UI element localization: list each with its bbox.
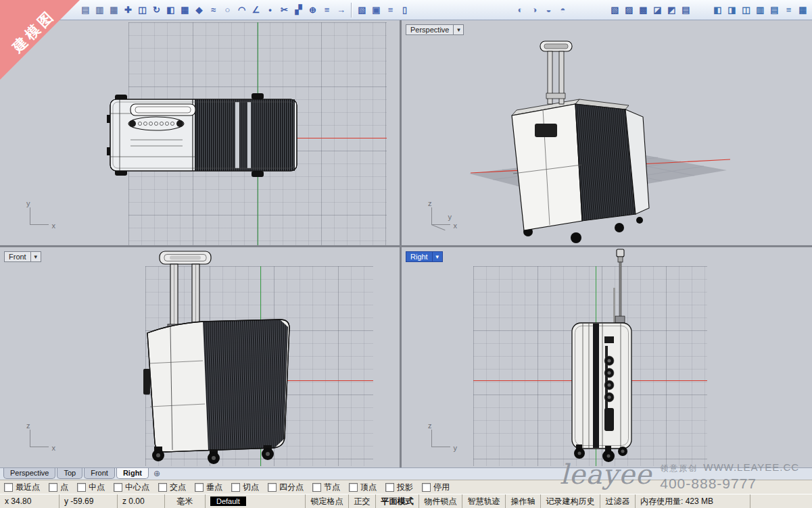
- twist-icon[interactable]: ▩: [636, 3, 650, 18]
- status-toggle[interactable]: 锁定格点: [306, 494, 349, 508]
- osnap-toggle[interactable]: 节点: [312, 482, 340, 493]
- array-icon[interactable]: ▦: [178, 3, 192, 18]
- add-viewport-tab-icon[interactable]: ⊕: [153, 468, 160, 479]
- checkbox-icon[interactable]: [231, 483, 240, 492]
- suitcase-model-front-view[interactable]: [0, 247, 400, 467]
- new-file-icon[interactable]: ▤: [78, 3, 93, 18]
- panel-icon[interactable]: ▯: [398, 3, 412, 18]
- viewport-title-label[interactable]: Perspective: [406, 24, 454, 35]
- circle-icon[interactable]: ○: [220, 3, 235, 18]
- memory-usage: 内存使用量: 423 MB: [636, 494, 750, 508]
- viewport-right[interactable]: Right ▼ z y: [402, 247, 812, 467]
- suitcase-model-right-view[interactable]: [402, 247, 812, 467]
- status-toggle[interactable]: 物件锁点: [419, 494, 462, 508]
- status-bar: x 34.80 y -59.69 z 0.00 毫米 Default 锁定格点 …: [0, 494, 812, 508]
- polyline-icon[interactable]: ∠: [249, 3, 263, 18]
- wireframe-list-icon[interactable]: ≡: [383, 3, 398, 18]
- boolean-intersection-icon[interactable]: ◒: [542, 3, 556, 18]
- arc-icon[interactable]: ◠: [235, 3, 249, 18]
- osnap-toggle[interactable]: 中心点: [114, 482, 149, 493]
- suitcase-model-perspective-view[interactable]: [402, 20, 812, 245]
- viewport-title-label[interactable]: Right: [406, 251, 433, 262]
- viewport-tab[interactable]: Top: [57, 468, 82, 479]
- sweep2-icon[interactable]: ▥: [753, 3, 767, 18]
- split-icon[interactable]: ▞: [291, 3, 306, 18]
- viewport-front[interactable]: Front ▼ z x: [0, 247, 400, 467]
- osnap-toggle[interactable]: 点: [49, 482, 68, 493]
- save-icon[interactable]: ▥: [93, 3, 107, 18]
- checkbox-icon[interactable]: [385, 483, 394, 492]
- axis-right-label: x: [52, 222, 56, 230]
- cage-edit-icon[interactable]: ▨: [622, 3, 636, 18]
- rotate-icon[interactable]: ↻: [149, 3, 164, 18]
- viewport-perspective[interactable]: Perspective ▼ z y x: [402, 20, 812, 245]
- viewport-area: y x: [0, 20, 812, 467]
- layer-color-swatch[interactable]: Default: [210, 497, 246, 506]
- osnap-toggle[interactable]: 最近点: [4, 482, 40, 493]
- checkbox-icon[interactable]: [77, 483, 86, 492]
- loft-icon[interactable]: ◧: [711, 3, 725, 18]
- shear-icon[interactable]: ▤: [679, 3, 693, 18]
- viewport-title-perspective[interactable]: Perspective ▼: [406, 24, 464, 35]
- osnap-toggle[interactable]: 垂点: [195, 482, 222, 493]
- status-toggle[interactable]: 操作轴: [506, 494, 541, 508]
- osnap-toggle[interactable]: 交点: [158, 482, 186, 493]
- viewport-title-front[interactable]: Front ▼: [4, 251, 41, 262]
- extrude-surface-icon[interactable]: ▦: [796, 3, 810, 18]
- status-toggle[interactable]: 智慧轨迹: [462, 494, 506, 508]
- box-display-icon[interactable]: ▧: [355, 3, 369, 18]
- viewport-title-label[interactable]: Front: [4, 251, 31, 262]
- checkbox-icon[interactable]: [49, 483, 57, 492]
- status-toggle-panes: 锁定格点 正交 平面模式 物件锁点 智慧轨迹 操作轴 记录建构历史 过滤器: [306, 494, 636, 508]
- bend-icon[interactable]: ◪: [650, 3, 665, 18]
- viewport-tab[interactable]: Perspective: [3, 468, 55, 479]
- copy-icon[interactable]: ◫: [135, 3, 149, 18]
- viewport-tab[interactable]: Front: [84, 468, 115, 479]
- checkbox-icon[interactable]: [4, 483, 13, 492]
- status-toggle[interactable]: 记录建构历史: [541, 494, 600, 508]
- offset-surface-icon[interactable]: ≡: [782, 3, 796, 18]
- chevron-down-icon[interactable]: ▼: [454, 24, 464, 35]
- scale-icon[interactable]: ◆: [192, 3, 206, 18]
- boolean-difference-icon[interactable]: ◑: [527, 3, 542, 18]
- sweep1-icon[interactable]: ◫: [739, 3, 753, 18]
- extend-icon[interactable]: →: [334, 3, 348, 18]
- osnap-toggle[interactable]: 投影: [385, 482, 413, 493]
- offset-icon[interactable]: ≡: [320, 3, 334, 18]
- osnap-toggle[interactable]: 中点: [77, 482, 105, 493]
- trim-icon[interactable]: ✂: [277, 3, 291, 18]
- checkbox-icon[interactable]: [312, 483, 321, 492]
- checkbox-icon[interactable]: [268, 483, 277, 492]
- checkbox-icon[interactable]: [114, 483, 122, 492]
- checkbox-icon[interactable]: [158, 483, 167, 492]
- taper-icon[interactable]: ◩: [665, 3, 679, 18]
- patch-icon[interactable]: ▤: [767, 3, 782, 18]
- curve-icon[interactable]: ≈: [206, 3, 220, 18]
- boolean-union-icon[interactable]: ◐: [513, 3, 527, 18]
- boolean-split-icon[interactable]: ◓: [556, 3, 570, 18]
- osnap-toggle[interactable]: 切点: [231, 482, 259, 493]
- status-toggle[interactable]: 过滤器: [600, 494, 636, 508]
- extrude-icon[interactable]: ▧: [608, 3, 622, 18]
- viewport-tab[interactable]: Right: [116, 468, 149, 479]
- osnap-toggle[interactable]: 停用: [422, 482, 450, 493]
- osnap-toggle[interactable]: 顶点: [349, 482, 377, 493]
- layer-pane[interactable]: Default: [206, 494, 306, 508]
- checkbox-icon[interactable]: [349, 483, 358, 492]
- checkbox-icon[interactable]: [422, 483, 431, 492]
- status-toggle[interactable]: 正交: [349, 494, 376, 508]
- checkbox-icon[interactable]: [195, 483, 204, 492]
- osnap-toggle[interactable]: 四分点: [268, 482, 304, 493]
- revolve-icon[interactable]: ◨: [725, 3, 739, 18]
- shaded-view-icon[interactable]: ▣: [369, 3, 383, 18]
- move-icon[interactable]: ✚: [121, 3, 135, 18]
- join-icon[interactable]: ⊕: [306, 3, 320, 18]
- chevron-down-icon[interactable]: ▼: [31, 251, 41, 262]
- status-toggle[interactable]: 平面模式: [376, 494, 419, 508]
- point-icon[interactable]: •: [263, 3, 277, 18]
- mirror-icon[interactable]: ◧: [164, 3, 178, 18]
- axis-up-label: z: [428, 199, 432, 207]
- print-icon[interactable]: ▦: [107, 3, 121, 18]
- chevron-down-icon[interactable]: ▼: [433, 251, 443, 262]
- viewport-title-right[interactable]: Right ▼: [406, 251, 443, 262]
